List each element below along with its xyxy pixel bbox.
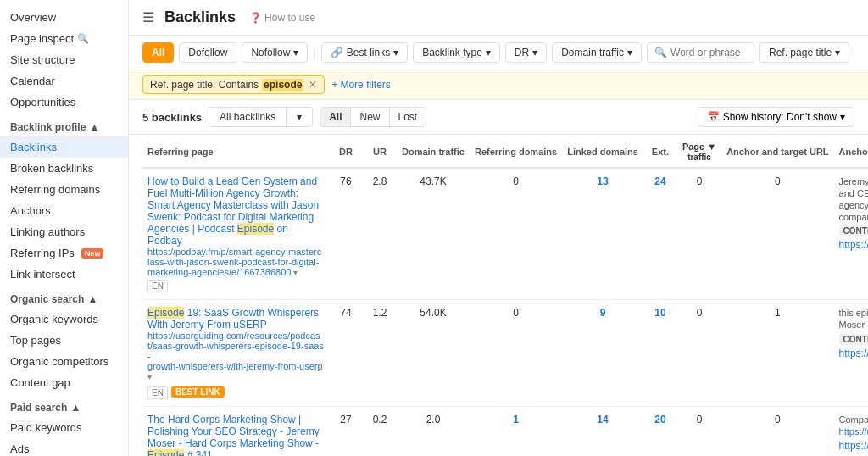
filter-ref-page-title-button[interactable]: Ref. page title ▾ — [760, 42, 849, 63]
sidebar-item-calendar[interactable]: Calendar — [0, 70, 128, 92]
col-header-anchor[interactable]: Anchor and target URL — [834, 135, 868, 168]
all-backlinks-dropdown[interactable]: All backlinks ▾ — [209, 107, 313, 127]
referring-page-link[interactable]: The Hard Corps Marketing Show | Polishin… — [147, 414, 320, 456]
referring-page-url[interactable]: https://podbay.fm/p/smart-agency-masterc… — [147, 247, 324, 277]
sidebar-item-ads[interactable]: Ads — [0, 438, 128, 456]
referring-page-cell: Episode 19: SaaS Growth Whisperers With … — [142, 300, 329, 407]
anchor-url-link[interactable]: https://userp.io/ — [839, 239, 868, 251]
sidebar-item-backlinks[interactable]: Backlinks — [0, 136, 128, 158]
backlinks-table: Referring page DR UR Domain traffic Refe… — [142, 135, 868, 456]
show-history-button[interactable]: 📅 Show history: Don't show ▾ — [698, 107, 854, 127]
chevron-down-icon: ▾ — [627, 47, 632, 58]
all-backlinks-chevron[interactable]: ▾ — [287, 108, 312, 126]
sidebar-item-site-structure[interactable]: Site structure — [0, 49, 128, 70]
active-filter-value: episode — [262, 79, 303, 91]
page-traffic-cell: 0 — [677, 168, 721, 300]
col-header-kw[interactable]: Anchor and target URL — [721, 135, 833, 168]
content-tag: CONTENT — [839, 334, 868, 345]
more-filters-button[interactable]: + More filters — [331, 79, 390, 91]
referring-page-url[interactable]: https://userguiding.com/resources/podcas… — [147, 331, 324, 381]
chevron-down-icon: ▾ — [486, 47, 491, 58]
referring-domains-cell: 0 — [470, 168, 562, 300]
table-row: Episode 19: SaaS Growth Whisperers With … — [142, 300, 868, 407]
link-icon: 🔗 — [331, 47, 343, 58]
search-icon: 🔍 — [77, 33, 89, 44]
sidebar-item-referring-ips[interactable]: Referring IPs New — [0, 242, 128, 264]
chevron-down-icon: ▾ — [835, 47, 840, 58]
chevron-up-icon: ▲ — [87, 293, 97, 305]
filter-domain-traffic-button[interactable]: Domain traffic ▾ — [552, 42, 642, 63]
sidebar-item-organic-keywords[interactable]: Organic keywords — [0, 309, 128, 330]
sidebar-item-referring-domains[interactable]: Referring domains — [0, 179, 128, 200]
type-lost-button[interactable]: Lost — [390, 108, 426, 126]
active-filter-label: Ref. page title: Contains — [150, 79, 259, 91]
search-input[interactable] — [670, 47, 747, 58]
domain-traffic-cell: 54.0K — [397, 300, 470, 407]
chevron-down-icon: ▾ — [293, 47, 298, 58]
ur-cell: 1.2 — [363, 300, 397, 407]
col-header-referring-domains[interactable]: Referring domains — [470, 135, 562, 168]
how-to-use[interactable]: ❓ How to use — [249, 12, 315, 24]
anchor-cell: Company website: https://userp.io/ https… — [834, 407, 868, 457]
sidebar-item-anchors[interactable]: Anchors — [0, 200, 128, 221]
col-header-dr[interactable]: DR — [329, 135, 363, 168]
best-link-tag: BEST LINK — [171, 386, 225, 398]
anchor-cell: this episode, I am hosting Jeremy Moser … — [834, 300, 868, 407]
referring-page-link[interactable]: Episode 19: SaaS Growth Whisperers With … — [147, 307, 319, 331]
userp-link[interactable]: https://userp.io/ — [839, 426, 868, 437]
col-header-ur[interactable]: UR — [363, 135, 397, 168]
anchor-url-link[interactable]: https://userp.io/ — [839, 440, 868, 452]
calendar-icon: 📅 — [707, 111, 720, 123]
hamburger-icon[interactable]: ☰ — [142, 9, 154, 25]
search-box[interactable]: 🔍 — [647, 42, 754, 63]
referring-domains-cell: 1 — [470, 407, 562, 457]
filter-dr-button[interactable]: DR ▾ — [505, 42, 547, 63]
filter-backlink-type-button[interactable]: Backlink type ▾ — [413, 42, 500, 63]
ext-cell: 10 — [643, 300, 677, 407]
sidebar-item-top-pages[interactable]: Top pages — [0, 330, 128, 351]
active-filter-tag: Ref. page title: Contains episode ✕ — [142, 75, 325, 94]
filter-dofollow-button[interactable]: Dofollow — [179, 42, 236, 63]
col-header-linked-domains[interactable]: Linked domains — [562, 135, 643, 168]
col-header-page-traffic[interactable]: Page ▼traffic — [677, 135, 721, 168]
sidebar-item-paid-keywords[interactable]: Paid keywords — [0, 417, 128, 438]
ur-cell: 0.2 — [363, 407, 397, 457]
page-traffic-cell: 0 — [677, 300, 721, 407]
domain-traffic-cell: 43.7K — [397, 168, 470, 300]
search-icon: 🔍 — [654, 47, 667, 58]
sidebar-section-organic-search[interactable]: Organic search ▲ — [0, 285, 128, 309]
sidebar-item-overview[interactable]: Overview — [0, 7, 128, 28]
type-all-button[interactable]: All — [320, 108, 351, 126]
type-new-button[interactable]: New — [351, 108, 389, 126]
sidebar-section-paid-search[interactable]: Paid search ▲ — [0, 393, 128, 417]
col-header-domain-traffic[interactable]: Domain traffic — [397, 135, 470, 168]
filter-all-button[interactable]: All — [142, 42, 174, 63]
remove-filter-button[interactable]: ✕ — [309, 79, 317, 91]
filter-nofollow-button[interactable]: Nofollow ▾ — [242, 42, 308, 63]
table-container: Referring page DR UR Domain traffic Refe… — [129, 135, 868, 456]
sidebar-item-linking-authors[interactable]: Linking authors — [0, 221, 128, 242]
linked-domains-cell: 14 — [562, 407, 643, 457]
referring-domains-cell: 0 — [470, 300, 562, 407]
referring-page-link[interactable]: How to Build a Lead Gen System and Fuel … — [147, 175, 319, 247]
sidebar-section-backlink-profile[interactable]: Backlink profile ▲ — [0, 113, 128, 136]
chevron-down-icon: ▾ — [840, 111, 845, 123]
sidebar: Overview Page inspect 🔍 Site structure C… — [0, 0, 129, 456]
col-header-referring[interactable]: Referring page — [142, 135, 329, 168]
dr-cell: 76 — [329, 168, 363, 300]
results-bar: 5 backlinks All backlinks ▾ All New Lost… — [129, 100, 868, 135]
sidebar-item-content-gap[interactable]: Content gap — [0, 372, 128, 393]
page-traffic-cell: 0 — [677, 407, 721, 457]
col-header-ext[interactable]: Ext. — [643, 135, 677, 168]
new-badge: New — [81, 248, 104, 259]
filter-best-links-button[interactable]: 🔗 Best links ▾ — [321, 42, 408, 63]
sidebar-item-page-inspect[interactable]: Page inspect 🔍 — [0, 28, 128, 49]
sidebar-item-broken-backlinks[interactable]: Broken backlinks — [0, 158, 128, 179]
kw-cell: 1 — [721, 300, 833, 407]
anchor-url-link[interactable]: https://userp.io/ — [839, 348, 868, 359]
sidebar-item-opportunities[interactable]: Opportunities — [0, 92, 128, 113]
all-backlinks-button[interactable]: All backlinks — [209, 108, 287, 126]
sidebar-item-link-intersect[interactable]: Link intersect — [0, 264, 128, 285]
sidebar-item-organic-competitors[interactable]: Organic competitors — [0, 351, 128, 372]
chevron-down-icon: ▾ — [532, 47, 537, 58]
